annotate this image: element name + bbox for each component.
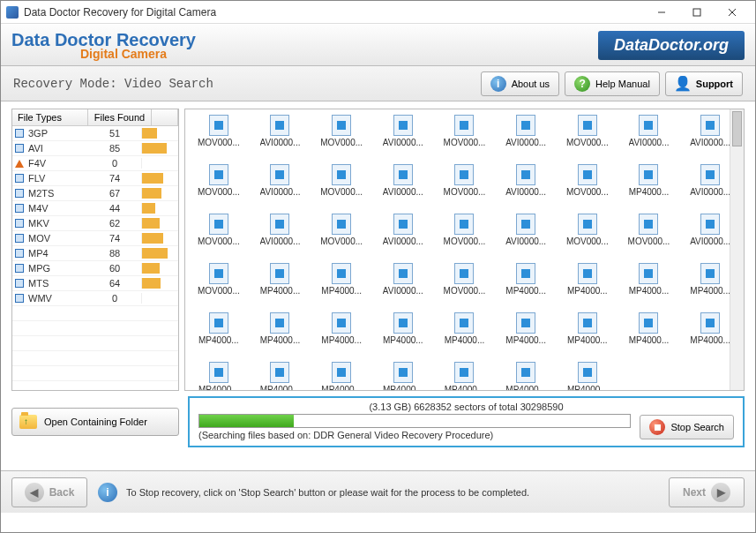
file-item[interactable]: MP4000... — [311, 263, 371, 311]
filetype-count: 67 — [88, 188, 141, 199]
files-grid[interactable]: MOV000...AVI0000...MOV000...AVI0000...MO… — [185, 109, 744, 390]
file-item[interactable]: MOV000... — [189, 263, 249, 311]
support-button[interactable]: 👤 Support — [665, 71, 743, 96]
file-item[interactable]: AVI0000... — [373, 214, 433, 261]
file-item[interactable]: MOV000... — [189, 214, 249, 261]
file-item[interactable]: AVI0000... — [251, 214, 311, 261]
col-filesfound[interactable]: Files Found — [88, 109, 152, 125]
filetype-row[interactable]: MP488 — [12, 246, 178, 261]
file-item[interactable]: MOV000... — [558, 164, 618, 212]
col-filetypes[interactable]: File Types — [12, 109, 88, 125]
filetype-row[interactable]: F4V0 — [12, 156, 178, 171]
file-item[interactable]: AVI0000... — [496, 115, 556, 162]
file-item[interactable]: MOV000... — [435, 164, 495, 212]
file-thumb — [516, 362, 535, 383]
file-item[interactable]: AVI0000... — [373, 263, 433, 311]
filetype-count: 60 — [88, 263, 141, 274]
file-item[interactable]: AVI0000... — [251, 115, 311, 162]
file-item[interactable]: MOV000... — [311, 115, 371, 162]
file-item[interactable]: MP4000... — [435, 312, 495, 360]
file-item[interactable]: MP4000... — [189, 312, 249, 360]
filetype-row[interactable]: MKV62 — [12, 216, 178, 231]
filetype-row[interactable]: 3GP51 — [12, 126, 178, 141]
file-item[interactable]: MP4000... — [435, 362, 495, 390]
file-item[interactable]: MOV000... — [435, 214, 495, 261]
file-item[interactable]: MOV000... — [619, 214, 679, 261]
file-label: MP4000... — [690, 286, 730, 296]
info-icon: i — [490, 76, 506, 92]
file-item[interactable]: MOV000... — [558, 115, 618, 162]
file-label: MOV000... — [198, 138, 240, 147]
open-folder-button[interactable]: ↑ Open Containing Folder — [11, 408, 179, 436]
file-item[interactable]: MP4000... — [251, 263, 311, 311]
file-item[interactable]: MOV000... — [558, 214, 618, 261]
filetype-row[interactable]: M4V44 — [12, 201, 178, 216]
file-item[interactable]: MP4000... — [496, 312, 556, 360]
file-item[interactable]: MP4000... — [558, 263, 618, 311]
progress-bar — [198, 414, 631, 428]
file-item[interactable]: MP4000... — [311, 362, 371, 390]
file-item[interactable]: MOV000... — [435, 263, 495, 311]
file-item[interactable]: MP4000... — [373, 362, 433, 390]
file-item[interactable]: MP4000... — [619, 263, 679, 311]
file-item[interactable]: MOV000... — [189, 115, 249, 162]
scrollbar[interactable] — [730, 109, 744, 390]
file-item[interactable]: MP4000... — [311, 312, 371, 360]
site-badge[interactable]: DataDoctor.org — [598, 31, 745, 60]
file-item[interactable]: AVI0000... — [251, 164, 311, 212]
file-thumb — [639, 164, 658, 185]
file-item[interactable]: MP4000... — [251, 362, 311, 390]
filetype-name: MTS — [26, 278, 88, 289]
help-button[interactable]: ? Help Manual — [565, 71, 660, 96]
filetype-row[interactable]: AVI85 — [12, 141, 178, 156]
filetype-row[interactable]: WMV0 — [12, 291, 178, 306]
minimize-button[interactable] — [644, 3, 679, 22]
file-item[interactable]: AVI0000... — [496, 164, 556, 212]
close-button[interactable] — [715, 3, 750, 22]
file-thumb — [209, 115, 228, 136]
filetype-row[interactable]: MPG60 — [12, 261, 178, 276]
back-button[interactable]: ◀ Back — [11, 477, 87, 507]
filetype-row[interactable]: MOV74 — [12, 231, 178, 246]
file-thumb — [209, 312, 228, 334]
footer-tip: i To Stop recovery, click on 'Stop Searc… — [98, 483, 658, 502]
file-label: MP4000... — [567, 286, 608, 296]
file-item[interactable]: MOV000... — [435, 115, 495, 162]
filetype-bar — [141, 128, 168, 139]
filetype-row[interactable]: FLV74 — [12, 171, 178, 186]
file-label: MP4000... — [383, 385, 423, 390]
filetype-icon — [12, 160, 26, 168]
stop-search-button[interactable]: Stop Search — [640, 415, 734, 439]
file-label: MP4000... — [629, 187, 670, 197]
filetype-row[interactable]: MTS64 — [12, 276, 178, 291]
filetype-count: 44 — [88, 203, 141, 214]
file-label: MOV000... — [198, 187, 240, 197]
maximize-button[interactable] — [679, 3, 715, 22]
filetype-count: 74 — [88, 173, 141, 184]
file-item[interactable]: MOV000... — [311, 214, 371, 261]
filetype-row[interactable]: M2TS67 — [12, 186, 178, 201]
filetype-name: MKV — [26, 218, 88, 229]
file-label: MP4000... — [198, 385, 239, 390]
file-item[interactable]: MP4000... — [619, 164, 679, 212]
file-item[interactable]: AVI0000... — [373, 115, 433, 162]
file-item[interactable]: MP4000... — [496, 362, 556, 390]
file-item[interactable]: MP4000... — [558, 362, 618, 390]
file-thumb — [639, 263, 658, 284]
file-item[interactable]: AVI0000... — [373, 164, 433, 212]
about-button[interactable]: i About us — [481, 71, 559, 96]
file-item[interactable]: MP4000... — [189, 362, 249, 390]
file-label: MP4000... — [260, 335, 301, 345]
file-item[interactable]: MOV000... — [311, 164, 371, 212]
file-item[interactable]: MP4000... — [558, 312, 618, 360]
file-item[interactable]: MP4000... — [496, 263, 556, 311]
file-item[interactable]: MP4000... — [619, 312, 679, 360]
file-item[interactable]: MP4000... — [251, 312, 311, 360]
file-item[interactable]: MP4000... — [373, 312, 433, 360]
next-button[interactable]: Next ▶ — [669, 477, 745, 507]
file-item[interactable]: MOV000... — [189, 164, 249, 212]
file-item[interactable]: AVI0000... — [619, 115, 679, 162]
filetypes-rows: 3GP51AVI85F4V0FLV74M2TS67M4V44MKV62MOV74… — [12, 126, 178, 390]
file-item[interactable]: AVI0000... — [496, 214, 556, 261]
scroll-thumb[interactable] — [732, 111, 742, 146]
